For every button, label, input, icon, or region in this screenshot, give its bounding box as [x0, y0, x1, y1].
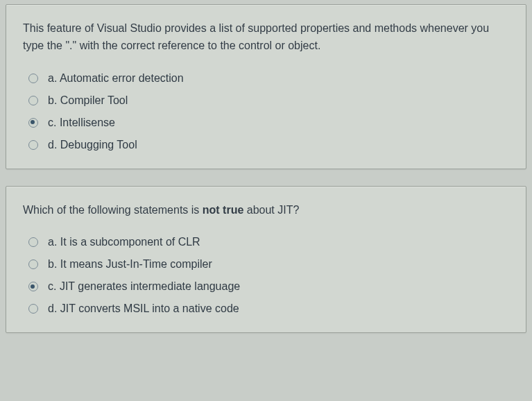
option-row[interactable]: a. It is a subcomponent of CLR — [23, 231, 509, 253]
option-label: c. Intellisense — [48, 117, 115, 129]
option-label: b. Compiler Tool — [48, 94, 128, 107]
option-row[interactable]: c. JIT generates intermediate language — [23, 275, 509, 298]
option-row[interactable]: b. Compiler Tool — [23, 89, 509, 112]
question-text-content: This feature of Visual Studio provides a… — [23, 22, 489, 51]
radio-icon[interactable] — [28, 74, 38, 83]
radio-icon[interactable] — [28, 96, 38, 105]
option-row[interactable]: d. Debugging Tool — [23, 134, 509, 156]
option-row[interactable]: a. Automatic error detection — [23, 67, 509, 89]
option-label: d. JIT converts MSIL into a native code — [48, 302, 239, 315]
option-row[interactable]: c. Intellisense — [23, 112, 509, 134]
radio-icon[interactable] — [28, 237, 38, 247]
question-card: This feature of Visual Studio provides a… — [6, 4, 526, 169]
question-text-post: about JIT? — [243, 204, 299, 216]
option-label: b. It means Just-In-Time compiler — [48, 258, 212, 271]
question-card: Which of the following statements is not… — [6, 186, 526, 334]
question-text-bold: not true — [203, 204, 244, 216]
question-text: Which of the following statements is not… — [23, 202, 509, 219]
radio-icon[interactable] — [28, 259, 38, 269]
options-list: a. Automatic error detection b. Compiler… — [23, 67, 509, 156]
options-list: a. It is a subcomponent of CLR b. It mea… — [23, 231, 509, 320]
option-label: a. Automatic error detection — [48, 72, 184, 85]
radio-icon[interactable] — [28, 118, 38, 128]
radio-icon[interactable] — [28, 282, 38, 291]
option-label: d. Debugging Tool — [48, 139, 137, 151]
option-label: c. JIT generates intermediate language — [48, 280, 240, 293]
radio-icon[interactable] — [28, 140, 38, 150]
option-row[interactable]: d. JIT converts MSIL into a native code — [23, 298, 509, 320]
radio-icon[interactable] — [28, 304, 38, 314]
option-row[interactable]: b. It means Just-In-Time compiler — [23, 253, 509, 275]
question-text-pre: Which of the following statements is — [23, 204, 203, 216]
option-label: a. It is a subcomponent of CLR — [48, 236, 200, 248]
question-text: This feature of Visual Studio provides a… — [23, 20, 509, 55]
